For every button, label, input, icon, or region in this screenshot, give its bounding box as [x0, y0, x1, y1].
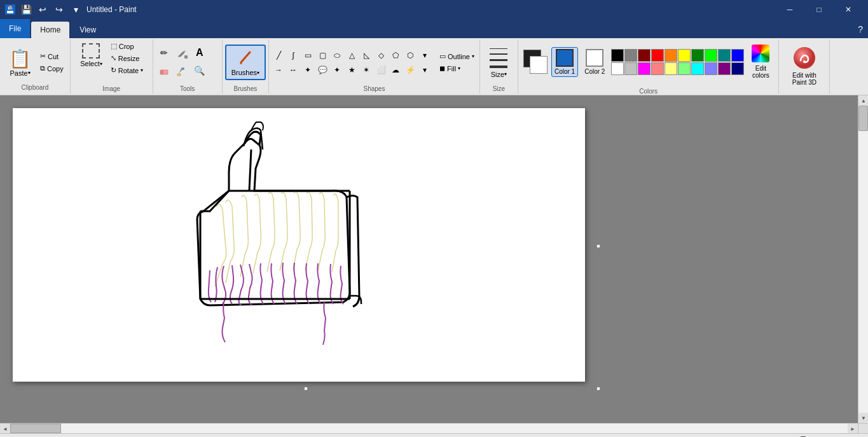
- color2-label: Color 2: [584, 68, 605, 75]
- edit-with-paint3d-btn[interactable]: Edit withPaint 3D: [787, 44, 822, 88]
- shape-arrow-2way[interactable]: ↔: [286, 63, 300, 77]
- shape-arrow-right[interactable]: →: [272, 63, 286, 77]
- quickaccess-dropdown-btn[interactable]: ▾: [69, 3, 83, 17]
- shape-arrow-4way[interactable]: ✦: [301, 63, 315, 77]
- paste-btn[interactable]: 📋 Paste ▾: [4, 46, 36, 80]
- select-btn[interactable]: Select ▾: [76, 41, 106, 84]
- palette-cyan[interactable]: [691, 62, 704, 75]
- shape-lightning[interactable]: ⚡: [403, 63, 417, 77]
- size-group: Size ▾ Size: [480, 39, 518, 94]
- color-palette: [611, 49, 744, 75]
- tools-group: ✏ A 🔍 Tools: [153, 39, 223, 94]
- palette-ltred[interactable]: [651, 62, 664, 75]
- palette-gray[interactable]: [624, 49, 637, 62]
- shape-callout[interactable]: 💬: [315, 63, 329, 77]
- scroll-left-btn[interactable]: ◄: [0, 424, 10, 434]
- save-quickaccess-btn[interactable]: 💾: [19, 3, 33, 17]
- tab-view[interactable]: View: [71, 22, 105, 38]
- canvas-handle-right[interactable]: [596, 244, 600, 248]
- palette-green[interactable]: [705, 49, 717, 62]
- palette-ltgreen[interactable]: [678, 62, 691, 75]
- rotate-arrow: ▾: [141, 67, 143, 73]
- svg-point-3: [10, 6, 12, 9]
- palette-orange[interactable]: [665, 49, 677, 62]
- scroll-right-btn[interactable]: ►: [848, 424, 858, 434]
- shapes-more2[interactable]: ▾: [418, 63, 432, 77]
- magnifier-btn[interactable]: 🔍: [191, 62, 208, 79]
- shape-star6[interactable]: ✶: [359, 63, 373, 77]
- color2-selector[interactable]: Color 2: [582, 48, 607, 76]
- shape-star5[interactable]: ★: [345, 63, 359, 77]
- shapes-more[interactable]: ▾: [418, 48, 432, 62]
- maximize-btn[interactable]: □: [804, 0, 834, 19]
- palette-ltgray[interactable]: [624, 62, 637, 75]
- palette-yellow[interactable]: [678, 49, 691, 62]
- canvas-handle-bottom[interactable]: [304, 387, 308, 391]
- edit3d-group: Edit withPaint 3D: [779, 39, 830, 94]
- svg-rect-6: [160, 70, 163, 74]
- brushes-btn[interactable]: Brushes ▾: [225, 45, 266, 80]
- palette-darkred[interactable]: [638, 49, 651, 62]
- brushes-label: Brushes ▾: [231, 69, 259, 76]
- palette-purple[interactable]: [718, 62, 731, 75]
- palette-red[interactable]: [651, 49, 664, 62]
- fill-arrow: ▾: [458, 66, 460, 71]
- shape-rounded[interactable]: ⬜: [374, 63, 388, 77]
- shape-curve[interactable]: ∫: [286, 48, 300, 62]
- cut-btn[interactable]: ✂ Cut: [38, 51, 66, 62]
- crop-btn[interactable]: ⬚ Crop: [107, 41, 146, 52]
- copy-btn[interactable]: ⧉ Copy: [38, 63, 66, 74]
- palette-black[interactable]: [611, 49, 624, 62]
- status-bar: 100%: [0, 433, 868, 437]
- palette-magenta[interactable]: [638, 62, 651, 75]
- outline-btn[interactable]: ▭ Outline ▾: [437, 51, 477, 62]
- scroll-down-btn[interactable]: ▼: [858, 413, 868, 423]
- palette-teal[interactable]: [718, 49, 731, 62]
- shape-diamond[interactable]: ◇: [374, 48, 388, 62]
- palette-darkgreen[interactable]: [691, 49, 704, 62]
- text-btn[interactable]: A: [191, 45, 208, 61]
- scroll-thumb-h[interactable]: [10, 424, 61, 433]
- colorpicker-btn[interactable]: [174, 62, 190, 79]
- palette-ltblue[interactable]: [705, 62, 717, 75]
- resize-btn[interactable]: ⤡ Resize: [107, 53, 146, 64]
- shape-hexagon[interactable]: ⬡: [403, 48, 417, 62]
- shape-star4[interactable]: ✦: [330, 63, 344, 77]
- close-btn[interactable]: ✕: [834, 0, 863, 19]
- rotate-btn[interactable]: ↻ Rotate ▾: [107, 65, 146, 76]
- help-btn[interactable]: ?: [853, 20, 868, 38]
- color-display[interactable]: [523, 50, 548, 74]
- canvas-handle-corner[interactable]: [596, 387, 600, 391]
- redo-quickaccess-btn[interactable]: ↪: [52, 3, 66, 17]
- tools-row2: 🔍: [156, 62, 219, 79]
- shape-cloud[interactable]: ☁: [389, 63, 403, 77]
- paste-icon: 📋: [9, 48, 31, 69]
- color1-label: Color 1: [555, 68, 575, 75]
- undo-quickaccess-btn[interactable]: ↩: [36, 3, 50, 17]
- palette-darkblue[interactable]: [731, 62, 744, 75]
- shape-rect[interactable]: ▭: [301, 48, 315, 62]
- shape-ellipse[interactable]: ⬭: [330, 48, 344, 62]
- palette-white[interactable]: [611, 62, 624, 75]
- fill-tool-btn[interactable]: [174, 45, 190, 61]
- shape-righttri[interactable]: ◺: [359, 48, 373, 62]
- scroll-thumb-v[interactable]: [858, 106, 868, 131]
- shape-pentagon[interactable]: ⬠: [389, 48, 403, 62]
- eraser-btn[interactable]: [156, 62, 172, 79]
- fill-btn[interactable]: ◼ Fill ▾: [437, 63, 477, 74]
- shape-line[interactable]: ╱: [272, 48, 286, 62]
- shape-roundrect[interactable]: ▢: [315, 48, 329, 62]
- pencil-btn[interactable]: ✏: [156, 45, 172, 61]
- shape-triangle[interactable]: △: [345, 48, 359, 62]
- palette-ltyellow[interactable]: [665, 62, 677, 75]
- tab-file[interactable]: File: [0, 19, 30, 38]
- shapes-side: ▭ Outline ▾ ◼ Fill ▾: [437, 51, 477, 74]
- size-btn[interactable]: Size ▾: [486, 45, 511, 81]
- minimize-btn[interactable]: ─: [775, 0, 804, 19]
- color1-selector[interactable]: Color 1: [551, 47, 578, 77]
- tab-home[interactable]: Home: [31, 22, 69, 38]
- bottom-area: ◄ ► 100%: [0, 423, 868, 437]
- edit-colors-btn[interactable]: Editcolors: [748, 42, 773, 81]
- scroll-up-btn[interactable]: ▲: [858, 95, 868, 106]
- palette-blue[interactable]: [731, 49, 744, 62]
